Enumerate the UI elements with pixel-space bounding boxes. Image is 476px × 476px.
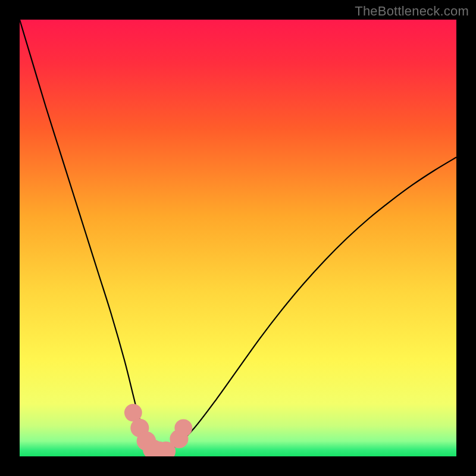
bottleneck-curve (20, 20, 456, 456)
curve-markers (124, 404, 192, 456)
curve-path (20, 20, 456, 452)
curve-marker (174, 419, 192, 437)
watermark-text: TheBottleneck.com (355, 4, 469, 19)
chart-frame: TheBottleneck.com (0, 0, 476, 476)
plot-area (20, 20, 456, 456)
